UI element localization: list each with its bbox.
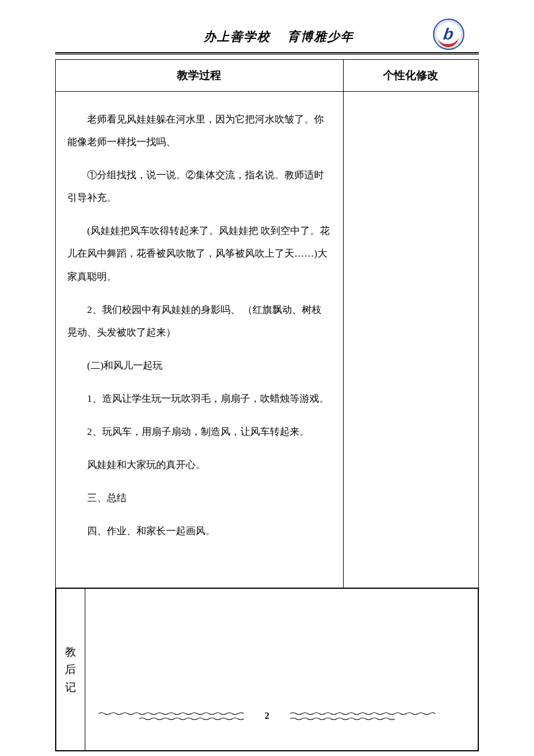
wavy-line-icon [99, 712, 244, 715]
para: 四、作业、和家长一起画风。 [67, 520, 331, 542]
after-note-content-cell [85, 589, 478, 751]
afternote-char: 记 [56, 679, 85, 696]
wavy-line-icon [139, 717, 244, 721]
para: 1、造风让学生玩一玩吹羽毛，扇扇子，吹蜡烛等游戏。 [67, 387, 331, 410]
teaching-process-cell: 老师看见风娃娃躲在河水里，因为它把河水吹皱了。你 能像老师一样找一找吗、 ①分组… [56, 92, 344, 588]
afternote-char: 教 [56, 643, 85, 661]
page: 办上善学校 育博雅少年 b 教学过程 个性化修改 老师看见风娃娃躲在河水里，因为… [0, 0, 534, 756]
wavy-line-icon [290, 712, 435, 715]
para: (二)和风儿一起玩 [67, 354, 331, 377]
para: (风娃娃把风车吹得转起来了。风娃娃把 吹到空中了。花 [67, 219, 331, 242]
para: 2、我们校园中有风娃娃的身影吗、 （红旗飘动、树枝 [67, 298, 331, 321]
col-header-notes: 个性化修改 [343, 60, 478, 92]
footer-ornament-left [55, 712, 261, 721]
afternote-char: 后 [56, 661, 85, 678]
page-footer: 2 [55, 711, 479, 721]
header-motto: 办上善学校 育博雅少年 [204, 28, 354, 45]
wavy-line-icon [290, 717, 395, 721]
school-logo-icon: b [433, 19, 464, 50]
page-header: 办上善学校 育博雅少年 b [55, 23, 479, 50]
page-number: 2 [261, 711, 273, 721]
para: 晃动、头发被吹了起来） [67, 321, 331, 344]
para: 引导补充。 [67, 186, 331, 209]
after-note-label-cell: 教 后 记 [56, 589, 85, 751]
para: 风娃娃和大家玩的真开心。 [67, 453, 331, 476]
para: 老师看见风娃娃躲在河水里，因为它把河水吹皱了。你 [67, 108, 331, 131]
header-double-rule [55, 52, 479, 55]
personal-notes-cell [343, 92, 478, 588]
footer-ornament-right [273, 712, 479, 721]
para: 2、玩风车，用扇子扇动，制造风，让风车转起来。 [67, 420, 331, 443]
para: 三、总结 [67, 487, 331, 509]
para: ①分组找找，说一说。②集体交流，指名说。教师适时 [67, 164, 331, 186]
para: 儿在风中舞蹈，花香被风吹散了，风筝被风吹上了天……)大 [67, 242, 331, 265]
table-content-row: 老师看见风娃娃躲在河水里，因为它把河水吹皱了。你 能像老师一样找一找吗、 ①分组… [56, 92, 479, 588]
para: 能像老师一样找一找吗、 [67, 131, 331, 153]
lesson-table: 教学过程 个性化修改 老师看见风娃娃躲在河水里，因为它把河水吹皱了。你 能像老师… [55, 59, 479, 751]
para: 家真聪明。 [67, 265, 331, 288]
col-header-process: 教学过程 [56, 60, 344, 92]
table-header-row: 教学过程 个性化修改 [56, 60, 479, 92]
